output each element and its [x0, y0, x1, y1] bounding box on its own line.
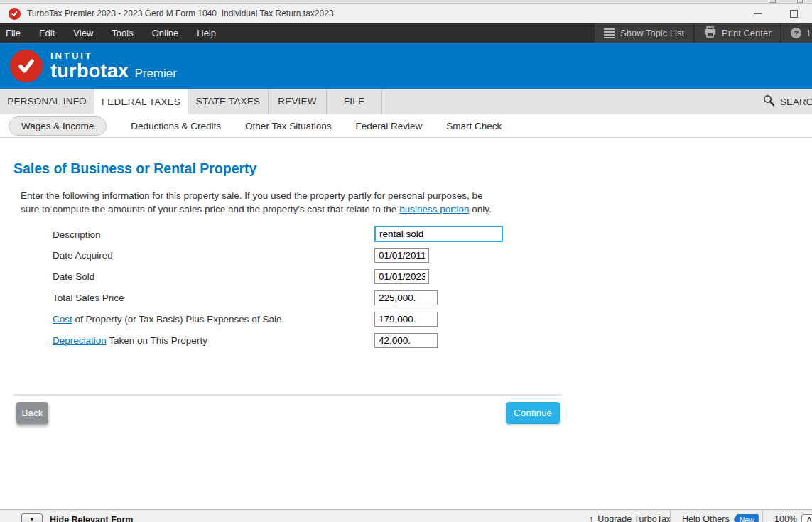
tab-federal-taxes[interactable]: FEDERAL TAXES: [94, 89, 188, 115]
menu-view[interactable]: View: [64, 23, 102, 43]
menu-bar: File Edit View Tools Online Help Show To…: [0, 23, 812, 43]
search-icon: [763, 94, 775, 109]
printer-icon: [704, 26, 716, 40]
continue-button[interactable]: Continue: [506, 402, 560, 424]
federal-taxes-subnav: Wages & Income Deductions & Credits Othe…: [0, 114, 812, 138]
topic-list-icon: [604, 28, 615, 38]
background-window-artifact: [797, 0, 803, 3]
help-icon: ?: [791, 28, 801, 38]
subnav-wages-income[interactable]: Wages & Income: [9, 116, 107, 136]
brand-intuit: INTUIT: [50, 51, 177, 61]
print-center-button[interactable]: Print Center: [695, 23, 780, 43]
total-sales-price-input[interactable]: [374, 290, 438, 305]
content-divider: [13, 394, 562, 396]
minimize-button[interactable]: [751, 9, 764, 18]
show-topic-list-button[interactable]: Show Topic List: [595, 23, 693, 43]
turbotax-logo: INTUIT turbotax Premier: [10, 50, 177, 82]
page-title: Sales of Business or Rental Property: [13, 161, 256, 177]
tab-personal-info[interactable]: PERSONAL INFO: [0, 89, 94, 114]
turbotax-check-icon: [10, 50, 43, 82]
caret-down-icon: ▼: [29, 516, 35, 522]
cost-label: Cost of Property (or Tax Basis) Plus Exp…: [53, 312, 281, 327]
date-acquired-label: Date Acquired: [53, 248, 113, 263]
window-title: TurboTax Premier 2023 - 2023 Gerd M Form…: [27, 9, 334, 18]
brand-turbotax: turbotax: [50, 61, 129, 81]
maximize-button[interactable]: [789, 9, 799, 19]
back-button[interactable]: Back: [16, 402, 48, 424]
subnav-federal-review[interactable]: Federal Review: [355, 121, 422, 131]
subnav-smart-check[interactable]: Smart Check: [446, 121, 502, 131]
menu-file[interactable]: File: [0, 23, 30, 43]
brand-edition: Premier: [134, 67, 177, 81]
upgrade-turbotax-button[interactable]: ↑ Upgrade TurboTax: [578, 510, 670, 522]
menu-edit[interactable]: Edit: [30, 23, 64, 43]
tab-file[interactable]: FILE: [327, 89, 382, 114]
depreciation-input[interactable]: [374, 333, 438, 348]
minimize-icon: [754, 13, 762, 14]
date-acquired-input[interactable]: [374, 248, 429, 263]
tab-state-taxes[interactable]: STATE TAXES: [188, 89, 269, 114]
subnav-deductions-credits[interactable]: Deductions & Credits: [131, 121, 221, 131]
menu-tools[interactable]: Tools: [102, 23, 142, 43]
title-bar: TurboTax Premier 2023 - 2023 Gerd M Form…: [0, 4, 812, 23]
depreciation-link[interactable]: Depreciation: [53, 335, 107, 346]
total-sales-price-label: Total Sales Price: [53, 290, 124, 306]
menu-online[interactable]: Online: [143, 23, 188, 43]
zoom-level: 100%: [774, 514, 797, 522]
main-tab-bar: PERSONAL INFO FEDERAL TAXES STATE TAXES …: [0, 89, 812, 114]
new-badge: New: [734, 514, 759, 522]
cost-input[interactable]: [374, 312, 438, 327]
help-others-button[interactable]: Help Others New: [670, 510, 762, 522]
description-label: Description: [53, 227, 101, 243]
menu-help[interactable]: Help: [188, 23, 225, 43]
date-sold-label: Date Sold: [53, 269, 94, 285]
search-button[interactable]: SEARCH: [763, 89, 812, 114]
hide-relevant-form-toggle[interactable]: ▼: [21, 513, 43, 522]
cost-link[interactable]: Cost: [53, 314, 72, 325]
date-sold-input[interactable]: [374, 269, 429, 284]
maximize-icon: [790, 10, 798, 18]
turbotax-check-icon: [9, 8, 21, 20]
app-header: INTUIT turbotax Premier Federal Refund $…: [0, 43, 812, 89]
font-size-button[interactable]: A: [801, 514, 812, 522]
subnav-other-tax-situations[interactable]: Other Tax Situations: [245, 121, 331, 131]
help-center-button[interactable]: ? Help Center: [781, 23, 812, 43]
intro-text: Enter the following information for this…: [21, 190, 561, 216]
hide-relevant-form-label[interactable]: Hide Relevant Form: [50, 515, 133, 522]
zoom-control: 100% A: [762, 510, 812, 522]
tab-review[interactable]: REVIEW: [269, 89, 327, 114]
depreciation-label: Depreciation Taken on This Property: [53, 333, 207, 349]
description-input[interactable]: [374, 226, 503, 242]
status-bar: ▼ Hide Relevant Form ↑ Upgrade TurboTax …: [0, 509, 812, 522]
background-window-artifact: [769, 0, 776, 3]
up-arrow-icon: ↑: [589, 514, 593, 522]
business-portion-link[interactable]: business portion: [399, 204, 469, 214]
